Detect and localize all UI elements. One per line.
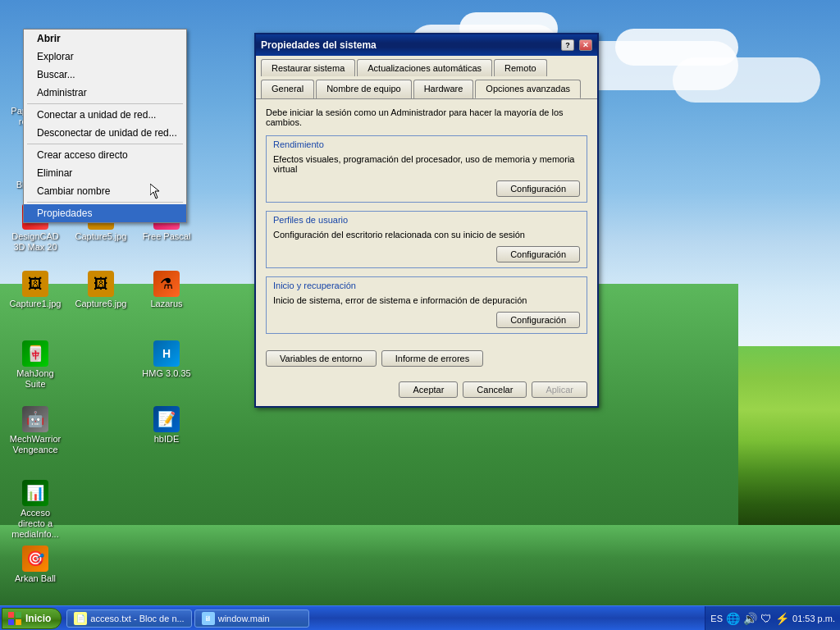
desktop-icon-mahjong[interactable]: 🀄 MahJong Suite: [7, 340, 64, 390]
rendimiento-config-button[interactable]: Configuración: [496, 180, 580, 197]
desktop-icon-mechwarrior[interactable]: 🤖 MechWarrior Vengeance: [7, 406, 64, 455]
menu-item-abrir[interactable]: Abrir: [24, 30, 186, 48]
variables-entorno-button[interactable]: Variables de entorno: [266, 350, 377, 367]
menu-item-administrar[interactable]: Administrar: [24, 84, 186, 102]
menu-item-eliminar[interactable]: Eliminar: [24, 164, 186, 182]
section-perfiles-footer: Configuración: [267, 243, 587, 267]
section-rendimiento-title: Rendimiento: [267, 136, 587, 151]
tab-restaurar[interactable]: Restaurar sistema: [261, 59, 355, 76]
dialog-content: Debe iniciar la sesión como un Administr…: [256, 98, 597, 350]
tray-antivirus-icon: 🛡: [760, 612, 772, 625]
capture1-icon: 🖼: [22, 271, 48, 297]
section-inicio: Inicio y recuperación Inicio de sistema,…: [266, 276, 587, 334]
perfiles-config-button[interactable]: Configuración: [496, 246, 580, 262]
capture1-label: Capture1.jpg: [10, 299, 62, 309]
taskbar-items: 📄 acceso.txt - Bloc de n... 🖥 window.mai…: [66, 609, 705, 628]
tray-volume-icon: 🔊: [743, 612, 757, 625]
desktop-icon-capture1[interactable]: 🖼 Capture1.jpg: [7, 271, 64, 309]
system-properties-dialog: Propiedades del sistema ? ✕ Restaurar si…: [254, 33, 599, 408]
mahjong-label: MahJong Suite: [7, 368, 64, 390]
informe-errores-button[interactable]: Informe de errores: [381, 350, 483, 367]
menu-separator-2: [27, 144, 183, 144]
desktop-icon-hmg[interactable]: H HMG 3.0.35: [138, 340, 195, 379]
menu-item-cambiar-nombre[interactable]: Cambiar nombre: [24, 182, 186, 200]
dialog-title-text: Propiedades del sistema: [261, 39, 556, 51]
section-inicio-title: Inicio y recuperación: [267, 277, 587, 292]
env-row: Variables de entorno Informe de errores: [256, 350, 597, 375]
tab-hardware[interactable]: Hardware: [413, 80, 474, 98]
lazarus-label: Lazarus: [150, 299, 182, 309]
start-button[interactable]: Inicio: [2, 608, 62, 629]
section-perfiles-title: Perfiles de usuario: [267, 212, 587, 226]
menu-item-desconectar[interactable]: Desconectar de unidad de red...: [24, 124, 186, 142]
section-inicio-desc: Inicio de sistema, error de sistema e in…: [267, 292, 587, 308]
mechwarrior-icon: 🤖: [22, 406, 48, 432]
aceptar-button[interactable]: Aceptar: [399, 381, 458, 398]
menu-item-explorar[interactable]: Explorar: [24, 48, 186, 66]
cloud-5: [673, 57, 820, 103]
tab-opciones-avanzadas[interactable]: Opciones avanzadas: [475, 80, 581, 98]
dialog-titlebar: Propiedades del sistema ? ✕: [256, 34, 597, 56]
tab-row-1: Restaurar sistema Actualizaciones automá…: [256, 56, 597, 76]
context-menu: Abrir Explorar Buscar... Administrar Con…: [23, 29, 187, 223]
menu-item-propiedades[interactable]: Propiedades: [24, 204, 186, 222]
section-rendimiento-desc: Efectos visuales, programación del proce…: [267, 151, 587, 177]
taskbar-window-label: window.main: [218, 614, 270, 623]
menu-separator-3: [27, 202, 183, 203]
tab-actualizaciones[interactable]: Actualizaciones automáticas: [357, 59, 492, 76]
desktop-icon-arkan[interactable]: 🎯 Arkan Ball: [7, 546, 64, 584]
inicio-config-button[interactable]: Configuración: [496, 312, 580, 328]
admin-note: Debe iniciar la sesión como un Administr…: [266, 107, 587, 127]
tab-row-2: General Nombre de equipo Hardware Opcion…: [256, 76, 597, 98]
svg-rect-4: [16, 619, 21, 625]
capture5-label: Capture5.jpg: [75, 231, 127, 242]
tray-time: 01:53 p.m.: [792, 614, 835, 623]
aplicar-button[interactable]: Aplicar: [532, 381, 587, 398]
desktop-icon-lazarus[interactable]: ⚗ Lazarus: [138, 271, 195, 309]
section-rendimiento-footer: Configuración: [267, 177, 587, 202]
arkan-label: Arkan Ball: [15, 573, 56, 584]
acceso-icon: 📊: [22, 480, 48, 506]
dialog-close-button[interactable]: ✕: [579, 39, 592, 51]
section-perfiles-desc: Configuración del escritorio relacionada…: [267, 226, 587, 243]
tab-general[interactable]: General: [261, 80, 314, 98]
section-inicio-footer: Configuración: [267, 308, 587, 333]
cancelar-button[interactable]: Cancelar: [463, 381, 527, 398]
tab-remoto[interactable]: Remoto: [494, 59, 547, 76]
dialog-tabs: Restaurar sistema Actualizaciones automá…: [256, 56, 597, 98]
desktop-icon-capture6[interactable]: 🖼 Capture6.jpg: [72, 271, 130, 309]
taskbar-notepad-label: acceso.txt - Bloc de n...: [90, 614, 184, 623]
desktop-icon-acceso[interactable]: 📊 Acceso directo a mediaInfo...: [7, 480, 64, 541]
capture6-label: Capture6.jpg: [75, 299, 127, 309]
tab-nombre-equipo[interactable]: Nombre de equipo: [316, 80, 412, 98]
menu-item-conectar[interactable]: Conectar a unidad de red...: [24, 106, 186, 124]
svg-rect-2: [16, 612, 21, 618]
designcad-label: DesignCAD 3D Max 20: [7, 231, 64, 253]
hmg-icon: H: [153, 340, 180, 367]
menu-item-crear-acceso[interactable]: Crear acceso directo: [24, 146, 186, 164]
hbide-label: hbIDE: [154, 434, 180, 445]
ground: [0, 525, 840, 607]
mahjong-icon: 🀄: [22, 340, 48, 367]
tray-battery-icon: ⚡: [775, 612, 789, 625]
free-pascal-label: Free Pascal: [143, 231, 191, 242]
taskbar-tray: ES 🌐 🔊 🛡 ⚡ 01:53 p.m.: [705, 606, 840, 630]
taskbar-item-notepad[interactable]: 📄 acceso.txt - Bloc de n...: [66, 609, 191, 628]
section-rendimiento: Rendimiento Efectos visuales, programaci…: [266, 135, 587, 203]
dialog-bottom-buttons: Aceptar Cancelar Aplicar: [256, 375, 597, 406]
start-logo: [7, 611, 22, 626]
tray-lang: ES: [710, 614, 723, 623]
menu-separator-1: [27, 103, 183, 104]
svg-rect-3: [8, 619, 14, 625]
taskbar: Inicio 📄 acceso.txt - Bloc de n... 🖥 win…: [0, 605, 840, 630]
window-icon: 🖥: [202, 612, 215, 625]
dialog-help-button[interactable]: ?: [561, 39, 574, 51]
menu-item-buscar[interactable]: Buscar...: [24, 66, 186, 84]
svg-rect-1: [8, 612, 14, 618]
tray-network-icon: 🌐: [726, 612, 740, 625]
desktop-icon-hbide[interactable]: 📝 hbIDE: [138, 406, 195, 445]
hmg-label: HMG 3.0.35: [142, 368, 190, 379]
notepad-icon: 📄: [74, 612, 87, 625]
taskbar-item-window[interactable]: 🖥 window.main: [194, 609, 309, 628]
mechwarrior-label: MechWarrior Vengeance: [7, 434, 64, 455]
